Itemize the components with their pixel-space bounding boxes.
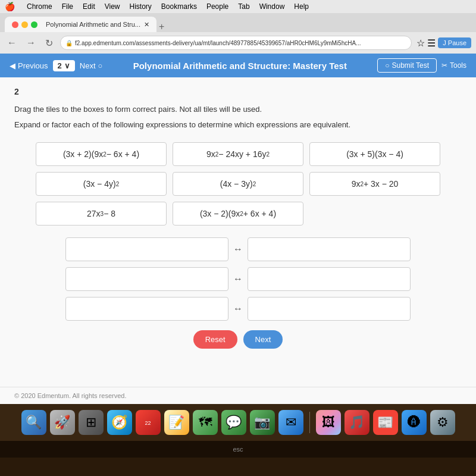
scissors-icon: ✂: [441, 61, 447, 70]
bookmark-icon[interactable]: ☆: [416, 37, 425, 49]
arrow-icon-2: ↔: [233, 274, 243, 284]
dock-photos[interactable]: 🖼: [316, 410, 341, 435]
dock-messages[interactable]: 💬: [221, 410, 246, 435]
next-circle-icon: ○: [98, 61, 103, 70]
tab-title: Polynomial Arithmetic and Stru...: [46, 21, 140, 28]
tile-1[interactable]: 9x2 − 24xy + 16y2: [173, 142, 303, 166]
tile-4[interactable]: (4x − 3y)2: [173, 172, 303, 196]
menu-bookmarks[interactable]: Bookmarks: [161, 2, 197, 11]
dock-finder[interactable]: 🔍: [21, 410, 46, 435]
drop-box-left-1[interactable]: [65, 237, 228, 261]
submit-test-button[interactable]: ○ Submit Test: [377, 58, 437, 73]
menu-tab[interactable]: Tab: [238, 2, 249, 11]
tile-3[interactable]: (3x − 4y)2: [36, 172, 167, 196]
dock-mail[interactable]: ✉: [278, 410, 303, 435]
instruction-2: Expand or factor each of the following e…: [14, 119, 462, 131]
reload-button[interactable]: ↻: [43, 36, 55, 50]
address-actions: ☆ ☰ J Pause: [416, 37, 471, 49]
copyright-text: © 2020 Edmentum. All rights reserved.: [14, 392, 126, 399]
dock-mission-control[interactable]: ⊞: [79, 410, 104, 435]
url-bar[interactable]: 🔒 f2.app.edmentum.com/assessments-delive…: [60, 36, 412, 50]
instruction-1: Drag the tiles to the boxes to form corr…: [14, 104, 462, 115]
dock: 🔍 🚀 ⊞ 🧭 22 📝 🗺 💬 📷 ✉ 🖼 🎵 📰 🅐 ⚙: [0, 404, 476, 441]
apple-menu[interactable]: 🍎: [5, 2, 15, 11]
drop-row-1: ↔: [65, 237, 411, 261]
arrow-icon-3: ↔: [233, 303, 243, 314]
dock-facetime[interactable]: 📷: [250, 410, 275, 435]
browser-tab[interactable]: Polynomial Arithmetic and Stru... ✕: [5, 17, 156, 32]
tile-0[interactable]: (3x + 2)(9x2 − 6x + 4): [36, 142, 167, 166]
dock-appstore[interactable]: 🅐: [402, 410, 427, 435]
action-buttons: Reset Next: [14, 330, 462, 349]
bottom-bar: esc: [0, 441, 476, 458]
dock-separator: [309, 412, 310, 433]
tile-7[interactable]: (3x − 2)(9x2 + 6x + 4): [173, 202, 303, 226]
dock-news[interactable]: 📰: [373, 410, 398, 435]
menu-bar: 🍎 Chrome File Edit View History Bookmark…: [0, 0, 476, 13]
lock-icon: 🔒: [65, 40, 73, 46]
next-button[interactable]: Next: [243, 330, 283, 349]
question-num-value: 2: [58, 61, 62, 70]
reset-button[interactable]: Reset: [193, 330, 237, 349]
submit-circle-icon: ○: [385, 61, 389, 70]
page-title: Polynomial Arithmetic and Structure: Mas…: [107, 61, 372, 71]
back-button[interactable]: ←: [5, 36, 19, 49]
arrow-icon-1: ↔: [233, 244, 243, 255]
tile-6[interactable]: 27x3 − 8: [36, 202, 167, 226]
keyboard-label: esc: [233, 446, 243, 453]
tools-button[interactable]: ✂ Tools: [441, 61, 466, 70]
new-tab-button[interactable]: +: [159, 21, 164, 32]
drop-row-2: ↔: [65, 267, 411, 291]
next-nav-button[interactable]: Next ○: [80, 61, 103, 70]
tile-2[interactable]: (3x + 5)(3x − 4): [309, 142, 440, 166]
menu-edit[interactable]: Edit: [83, 2, 95, 11]
prev-arrow-icon: ◀: [10, 61, 15, 70]
drop-box-left-3[interactable]: [65, 297, 228, 321]
question-number-label: 2: [14, 87, 462, 96]
dock-system-prefs[interactable]: ⚙: [430, 410, 455, 435]
drop-box-right-1[interactable]: [248, 237, 411, 261]
previous-button[interactable]: ◀ Previous: [10, 61, 48, 70]
dock-notes[interactable]: 📝: [164, 410, 189, 435]
url-text: f2.app.edmentum.com/assessments-delivery…: [75, 40, 361, 46]
drop-zones: ↔ ↔ ↔: [65, 237, 411, 321]
dock-calendar[interactable]: 22: [136, 410, 161, 435]
extension-icon[interactable]: ☰: [427, 37, 436, 49]
menu-people[interactable]: People: [206, 2, 228, 11]
dock-safari[interactable]: 🧭: [107, 410, 132, 435]
menu-help[interactable]: Help: [294, 2, 309, 11]
dock-maps[interactable]: 🗺: [193, 410, 218, 435]
tab-close-icon[interactable]: ✕: [144, 21, 149, 29]
tab-bar: Polynomial Arithmetic and Stru... ✕ +: [0, 13, 476, 32]
menu-history[interactable]: History: [130, 2, 152, 11]
pause-button[interactable]: J Pause: [438, 37, 471, 48]
menu-window[interactable]: Window: [259, 2, 285, 11]
menu-chrome[interactable]: Chrome: [27, 2, 52, 11]
menu-file[interactable]: File: [62, 2, 73, 11]
maximize-button[interactable]: [31, 21, 37, 28]
drop-box-left-2[interactable]: [65, 267, 228, 291]
forward-button[interactable]: →: [24, 36, 38, 49]
content-area: 2 Drag the tiles to the boxes to form co…: [0, 77, 476, 387]
close-button[interactable]: [12, 21, 18, 28]
tiles-grid: (3x + 2)(9x2 − 6x + 4) 9x2 − 24xy + 16y2…: [36, 142, 440, 226]
dock-music[interactable]: 🎵: [345, 410, 369, 435]
question-number-display[interactable]: 2 ∨: [53, 60, 75, 71]
traffic-lights: [12, 21, 37, 28]
dock-launchpad[interactable]: 🚀: [50, 410, 75, 435]
minimize-button[interactable]: [21, 21, 28, 28]
menu-view[interactable]: View: [105, 2, 120, 11]
drop-row-3: ↔: [65, 297, 411, 321]
drop-box-right-3[interactable]: [248, 297, 411, 321]
drop-box-right-2[interactable]: [248, 267, 411, 291]
address-bar: ← → ↻ 🔒 f2.app.edmentum.com/assessments-…: [0, 32, 476, 54]
question-chevron-icon: ∨: [64, 61, 70, 70]
footer: © 2020 Edmentum. All rights reserved.: [0, 387, 476, 404]
tile-5[interactable]: 9x2 + 3x − 20: [309, 172, 440, 196]
question-nav-bar: ◀ Previous 2 ∨ Next ○ Polynomial Arithme…: [0, 54, 476, 77]
